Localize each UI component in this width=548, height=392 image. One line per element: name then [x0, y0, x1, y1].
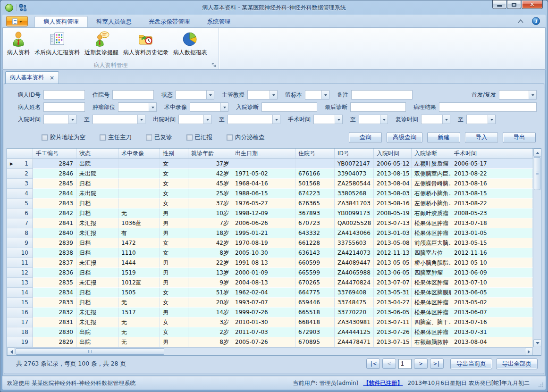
table-row[interactable]: 42844未出院女25岁1988-06-15674223338052682013… — [7, 189, 533, 199]
dialog-launcher-icon[interactable] — [211, 63, 217, 68]
minimize-button[interactable] — [492, 0, 506, 9]
table-row[interactable]: 132835未汇报1012蓝男9岁2004-08-13670265ZA44708… — [7, 278, 533, 288]
table-row[interactable]: 122836归档1519男13岁2000-01-09665599ZA406598… — [7, 268, 533, 278]
column-header-manual_no[interactable]: 手工编号 — [33, 149, 76, 159]
pathology-input[interactable] — [439, 102, 537, 112]
column-header-admit_date[interactable]: 入院时间 — [374, 149, 412, 159]
table-row[interactable]: 62842归档无男10岁1998-12-09367893YB0099173200… — [7, 209, 533, 218]
ribbon-button-postop-report[interactable]: 术后病人汇报资料 — [32, 29, 82, 58]
combo-arrow-icon[interactable] — [149, 103, 156, 111]
scroll-up-icon[interactable] — [533, 149, 541, 157]
final-diag-input[interactable] — [350, 102, 406, 112]
patient-name-input[interactable] — [43, 102, 85, 112]
column-header-status[interactable]: 状态 — [76, 149, 118, 159]
combo-arrow-icon[interactable] — [442, 115, 450, 124]
table-row[interactable]: 32845归档女45岁1968-04-16501568ZA25805442013… — [7, 179, 533, 189]
column-header-id_no[interactable]: ID号 — [335, 149, 374, 159]
ribbon-tab-disc-video-management[interactable]: 光盘录像带管理 — [140, 16, 199, 27]
specimen-combo[interactable] — [305, 90, 329, 100]
remark-input[interactable] — [351, 90, 413, 100]
next-page-button[interactable]: > — [414, 359, 428, 369]
discharge-time-to-combo[interactable] — [228, 115, 280, 124]
table-row[interactable]: 92839归档1472女42岁1970-08-19661228337556032… — [7, 238, 533, 248]
revisit-time-from-combo[interactable] — [421, 115, 450, 124]
export-current-page-button[interactable]: 导出当前页 — [450, 359, 492, 369]
ribbon-button-history-records[interactable]: 病人资料历史记录 — [121, 29, 171, 58]
combo-arrow-icon[interactable] — [380, 115, 388, 124]
table-row[interactable]: 102838归档1110女8岁2005-10-30636143ZA4214073… — [7, 248, 533, 258]
import-button[interactable]: 导入 — [465, 132, 498, 143]
last-page-button[interactable]: >| — [430, 359, 444, 369]
column-header-surgery_date[interactable]: 手术时间 — [451, 149, 533, 159]
column-header-gender[interactable]: 性别 — [160, 149, 188, 159]
combo-arrow-icon[interactable] — [335, 115, 342, 124]
table-row[interactable]: 152833归档无女20岁1993-07-0765944633748475201… — [7, 298, 533, 308]
checkbox-endocrine-exam[interactable]: 内分泌检查 — [227, 133, 265, 142]
combo-arrow-icon[interactable] — [272, 115, 280, 124]
tab-patient-basic-info[interactable]: 病人基本资料 × — [5, 71, 59, 83]
table-row[interactable]: 72841未汇报1036蓝男7岁2006-06-26670723QA002552… — [7, 218, 533, 228]
surgery-time-from-combo[interactable] — [313, 115, 343, 124]
checkbox-icon[interactable] — [186, 134, 193, 141]
advanced-query-button[interactable]: 高级查询 — [387, 132, 422, 143]
column-header-age[interactable]: 就诊年龄 — [188, 149, 232, 159]
vertical-scrollbar[interactable] — [533, 149, 541, 347]
combo-arrow-icon[interactable] — [220, 103, 228, 111]
ribbon-tab-patient-data-management[interactable]: 病人资料管理 — [34, 16, 88, 27]
scroll-down-icon[interactable] — [533, 339, 541, 347]
combo-arrow-icon[interactable] — [321, 91, 329, 99]
video-combo[interactable] — [190, 102, 228, 112]
admit-diag-input[interactable] — [261, 102, 317, 112]
query-button[interactable]: 查询 — [349, 132, 382, 143]
ribbon-tab-system-management[interactable]: 系统管理 — [199, 16, 239, 27]
checkbox-icon[interactable] — [146, 134, 152, 141]
table-row[interactable]: 192829出院无男8岁2005-07-26670895ZA4478471201… — [7, 337, 533, 347]
admit-time-from-combo[interactable] — [43, 115, 76, 124]
application-menu-button[interactable] — [6, 16, 28, 26]
checkbox-film-address-empty[interactable]: 胶片地址为空 — [42, 133, 85, 142]
scroll-right-icon[interactable] — [525, 348, 533, 356]
column-header-birth_date[interactable]: 出生日期 — [232, 149, 295, 159]
table-row[interactable]: 182830出院无女2岁2011-07-03672903ZA4444125201… — [7, 327, 533, 337]
ribbon-button-revisit-reminder[interactable]: 近期复诊提醒 — [82, 29, 121, 58]
table-row[interactable]: 142834归档1505女51岁1962-02-0466477533769408… — [7, 288, 533, 298]
combo-arrow-icon[interactable] — [488, 115, 495, 124]
combo-arrow-icon[interactable] — [270, 91, 277, 99]
table-row[interactable]: 52843归档女37岁1976-05-27676365ZA38417032013… — [7, 199, 533, 209]
first-page-button[interactable]: |< — [366, 359, 380, 369]
ribbon-tab-department-staff[interactable]: 科室人员信息 — [88, 16, 140, 27]
ribbon-button-patient-info[interactable]: 病人资料 — [5, 29, 32, 58]
resize-grip[interactable] — [538, 382, 544, 388]
combo-arrow-icon[interactable] — [206, 91, 214, 99]
combo-arrow-icon[interactable] — [137, 115, 145, 124]
vertical-scroll-thumb[interactable] — [534, 157, 540, 190]
checkbox-icon[interactable] — [42, 134, 48, 141]
first-recur-combo[interactable] — [499, 90, 537, 100]
table-row[interactable]: 82840未汇报有男18岁1995-01-21643332ZA414306620… — [7, 228, 533, 238]
checkbox-icon[interactable] — [100, 134, 106, 141]
column-header-admission_no[interactable]: 住院号 — [295, 149, 335, 159]
combo-arrow-icon[interactable] — [529, 91, 536, 99]
surgery-time-to-combo[interactable] — [359, 115, 388, 124]
horizontal-scrollbar[interactable] — [7, 347, 533, 355]
maximize-button[interactable] — [507, 0, 521, 9]
discharge-time-from-combo[interactable] — [178, 115, 211, 124]
prev-page-button[interactable]: < — [382, 359, 396, 369]
checkbox-revisited[interactable]: 已复诊 — [146, 133, 172, 142]
scroll-left-icon[interactable] — [7, 348, 15, 356]
admit-time-to-combo[interactable] — [93, 115, 145, 124]
table-row[interactable]: 172831未汇报无女3岁2010-01-30668418ZA343098120… — [7, 317, 533, 327]
combo-arrow-icon[interactable] — [68, 115, 76, 124]
column-header-video[interactable]: 术中录像 — [118, 149, 160, 159]
checkbox-chief-surgeon[interactable]: 主任主刀 — [100, 133, 132, 142]
new-button[interactable]: 新建 — [427, 132, 460, 143]
close-button[interactable]: ✕ — [522, 0, 543, 9]
tumor-site-combo[interactable] — [118, 102, 157, 112]
table-row[interactable]: ▶12847出院女37岁YB00721472006-05-12左额叶胶质瘤200… — [7, 159, 533, 169]
table-row[interactable]: 162832未汇报1517男14岁1999-07-266655183377022… — [7, 308, 533, 317]
ribbon-button-data-reports[interactable]: 病人数据报表 — [171, 29, 210, 58]
patient-id-input[interactable] — [43, 90, 85, 100]
collapse-ribbon-chevron-icon[interactable] — [518, 19, 523, 23]
page-number-input[interactable] — [398, 359, 412, 369]
export-button[interactable]: 导出 — [503, 132, 536, 143]
